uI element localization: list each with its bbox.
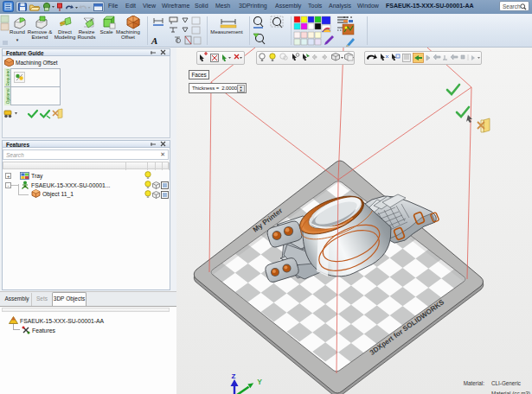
svg-text:Required: Required: [6, 69, 10, 86]
svg-text:A: A: [151, 35, 157, 46]
svg-text:Optional: Optional: [6, 88, 10, 104]
